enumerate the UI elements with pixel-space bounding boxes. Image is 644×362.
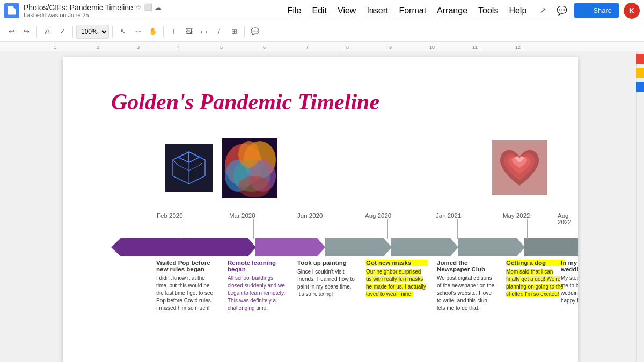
date-feb2020: Feb 2020 [157,212,183,219]
date-jan2021-label: Jan 2021 [436,212,461,219]
toolbar-divider-4 [163,26,164,38]
ruler-mark-7: 7 [306,45,309,50]
comment-button[interactable]: 💬 [248,25,262,39]
ruler-mark-9: 9 [389,45,392,50]
toolbar-divider-1 [36,26,37,38]
menu-tools[interactable]: Tools [474,4,502,18]
ruler-mark-3: 3 [137,45,140,50]
event-feb2020-body: I didn't know it at the time, but this w… [156,275,215,312]
connector-aug2020 [387,219,388,239]
ruler-mark-1: 1 [54,45,56,50]
event-aug2022-title: In my stepsister's wedding [561,260,578,272]
arrow-segment-4 [391,238,458,256]
event-aug2020-body-text: Our neighbor surprised us with really fu… [366,269,426,297]
menu-file[interactable]: File [283,4,306,18]
date-feb2020-label: Feb 2020 [157,212,183,219]
print-button[interactable]: 🖨 [40,25,54,39]
pan-tool[interactable]: ✋ [146,25,160,39]
doc-icons: ☆ ⬜ ☁ [135,3,162,11]
arrow-segment-1 [111,238,256,256]
event-aug2020: Got new masks Our neighbor surprised us … [366,260,428,298]
event-mar2020-title: Remote learning began [228,260,287,272]
event-jan2021: Joined the Newspaper Club We post digita… [437,260,496,312]
arrow-segment-2 [255,238,325,256]
doc-title-text: Photos/GIFs: Pandemic Timeline [24,3,133,12]
cloud-icon[interactable]: ☁ [155,3,162,11]
activity-icon[interactable]: ↗ [535,3,550,18]
menu-arrange[interactable]: Arrange [433,4,472,18]
ruler-mark-4: 4 [177,45,180,50]
heart-image [492,140,547,195]
event-may2022-body: Mom said that I can finally get a dog! W… [506,268,565,298]
comments-icon[interactable]: 💬 [554,3,569,18]
date-aug2022: Aug 2022 [558,212,578,225]
paint-canvas [222,138,277,198]
date-jan2021: Jan 2021 [436,212,461,219]
select-tool[interactable]: ⊹ [131,25,145,39]
cursor-tool[interactable]: ↖ [116,25,130,39]
timeline-bar [111,238,573,256]
redo-button[interactable]: ↪ [19,25,33,39]
event-aug2022-body: My stepsister asked me to be in her wedd… [561,275,578,305]
spell-check-button[interactable]: ✓ [55,25,69,39]
connector-jun2020 [318,219,318,239]
event-mar2020-body: All school buildings closed suddenly and… [228,275,287,312]
slide-title: Golden's Pandemic Timeline [111,89,379,115]
event-jun2020-title: Took up painting [297,260,356,266]
slide-area: Golden's Pandemic Timeline [4,51,636,362]
right-panel [636,51,644,362]
menu-format[interactable]: Format [394,4,430,18]
event-feb2020: Visited Pop before new rules began I did… [156,260,215,312]
top-bar: Photos/GIFs: Pandemic Timeline ☆ ⬜ ☁ Las… [0,0,644,21]
painting-svg [222,138,277,198]
undo-button[interactable]: ↩ [4,25,18,39]
toolbar-divider-5 [244,26,245,38]
app-icon[interactable] [4,3,19,18]
ruler-mark-8: 8 [346,45,349,50]
zoom-select[interactable]: 100% 75% 50% [76,25,109,39]
svg-point-12 [238,176,270,197]
shape-button[interactable]: ▭ [197,25,211,39]
toolbar-divider-3 [112,26,113,38]
date-aug2022-label: Aug 2022 [558,212,572,225]
title-area: Photos/GIFs: Pandemic Timeline ☆ ⬜ ☁ Las… [24,3,274,18]
painting-image [222,138,277,198]
cube-image [165,144,213,192]
date-aug2020: Aug 2020 [365,212,391,219]
menu-view[interactable]: View [333,4,360,18]
folder-icon[interactable]: ⬜ [144,3,152,11]
menu-insert[interactable]: Insert [362,4,392,18]
ruler-mark-12: 12 [515,45,521,50]
slide[interactable]: Golden's Pandemic Timeline [63,57,578,362]
event-jun2020: Took up painting Since I couldn't visit … [297,260,356,298]
share-button[interactable]: 👤 Share [574,3,619,18]
svg-point-11 [238,141,260,168]
event-may2022: Getting a dog Mom said that I can finall… [506,260,565,298]
ruler-mark-10: 10 [429,45,435,50]
heart-svg [492,140,547,195]
connector-may2022 [527,219,528,239]
toolbar-divider-2 [72,26,73,38]
ruler-mark-2: 2 [97,45,99,50]
star-icon[interactable]: ☆ [135,3,142,11]
ruler-mark-11: 11 [472,45,478,50]
doc-title-row: Photos/GIFs: Pandemic Timeline ☆ ⬜ ☁ [24,3,274,12]
date-aug2020-label: Aug 2020 [365,212,391,219]
ruler-mark-6: 6 [263,45,266,50]
date-mar2020-label: Mar 2020 [229,212,255,219]
event-jan2021-body: We post digital editions of the newspape… [437,275,496,312]
image-button[interactable]: 🖼 [182,25,196,39]
date-may2022: May 2022 [503,212,530,219]
event-may2022-body-text: Mom said that I can finally get a dog! W… [506,269,564,297]
share-label: Share [593,6,612,14]
line-button[interactable]: / [212,25,226,39]
avatar[interactable]: K [624,3,640,19]
share-icon: 👤 [581,6,590,14]
menu-help[interactable]: Help [504,4,531,18]
arrow-segment-3 [325,238,392,256]
cube-canvas [165,144,213,192]
event-aug2020-body: Our neighbor surprised us with really fu… [366,268,428,298]
table-button[interactable]: ⊞ [227,25,241,39]
menu-edit[interactable]: Edit [308,4,331,18]
text-box-button[interactable]: T [167,25,181,39]
